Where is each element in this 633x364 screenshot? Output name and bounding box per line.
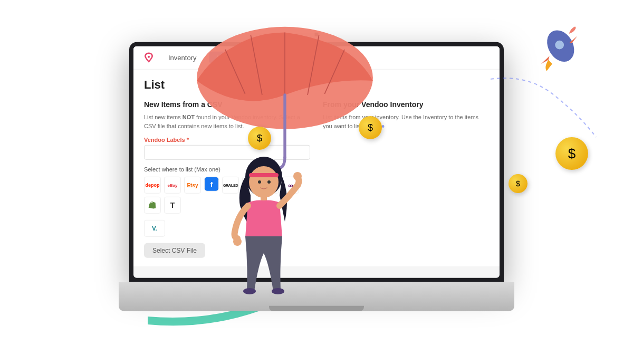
page-title: List	[144, 78, 489, 92]
svg-point-17	[243, 288, 256, 294]
marketplace-ebay[interactable]: eBay	[164, 177, 181, 194]
marketplace-poshmark[interactable]: ∞	[282, 177, 299, 194]
coin-small: $	[509, 174, 528, 193]
dotted-path-decoration	[485, 74, 601, 142]
marketplace-icons-row2: V.	[144, 220, 310, 237]
marketplace-shopify[interactable]	[144, 197, 161, 214]
laptop-webcam	[315, 33, 319, 36]
teal-arrow	[148, 269, 348, 332]
csv-section-title: New Items from a CSV	[144, 100, 310, 109]
svg-rect-14	[261, 195, 267, 203]
character-illustration	[211, 148, 316, 338]
svg-rect-11	[249, 173, 279, 177]
vendoo-labels-input[interactable]	[144, 145, 310, 160]
marketplace-etsy[interactable]: Etsy	[184, 177, 201, 194]
nav-bulk-update[interactable]: Bulk Update	[309, 52, 347, 64]
marketplace-grailed[interactable]: GRAILED	[222, 177, 239, 194]
svg-point-20	[555, 41, 564, 50]
coin-middle: $	[359, 116, 382, 139]
nav-inventory[interactable]: Inventory	[168, 52, 196, 64]
laptop-hinge	[269, 306, 364, 311]
inventory-section: From your Vendoo Inventory List items fr…	[323, 100, 489, 258]
vendoo-logo-icon	[142, 51, 156, 64]
svg-point-15	[233, 237, 242, 246]
marketplace-rakuten[interactable]: R	[242, 177, 259, 194]
app-content: List New Items from a CSV List new items…	[133, 70, 500, 266]
svg-point-10	[249, 166, 279, 198]
laptop-container: Inventory List Delist Import Bulk Update…	[119, 42, 514, 311]
select-csv-button[interactable]: Select CSV File	[144, 243, 205, 258]
scene-wrapper: Inventory List Delist Import Bulk Update…	[0, 0, 633, 364]
inventory-section-desc: List items from your inventory. Use the …	[323, 113, 489, 130]
laptop-base	[119, 282, 514, 311]
marketplace-mercari[interactable]: M	[262, 177, 279, 194]
svg-line-5	[225, 50, 245, 94]
app-nav: Inventory List Delist Import Bulk Update	[133, 46, 500, 70]
svg-point-18	[272, 288, 284, 294]
content-columns: New Items from a CSV List new items NOT …	[144, 100, 489, 258]
rocket-icon	[533, 24, 583, 74]
csv-section: New Items from a CSV List new items NOT …	[144, 100, 310, 258]
marketplace-facebook[interactable]: f	[204, 177, 219, 191]
marketplace-vinted[interactable]: V.	[144, 220, 165, 237]
coin-large: $	[555, 137, 588, 170]
coin-left: $	[248, 127, 271, 150]
svg-point-16	[293, 172, 302, 180]
inventory-page-link[interactable]: ry Page	[365, 122, 385, 129]
marketplace-depop[interactable]: depop	[144, 177, 161, 194]
svg-point-13	[267, 180, 271, 184]
svg-point-12	[258, 180, 261, 184]
marketplace-tradesy[interactable]: T	[164, 197, 181, 214]
svg-line-4	[251, 35, 262, 95]
svg-point-2	[197, 27, 373, 129]
vendoo-labels-label: Vendoo Labels *	[144, 137, 310, 143]
umbrella-icon	[185, 21, 385, 169]
svg-point-1	[148, 55, 150, 58]
nav-import[interactable]: Import	[277, 52, 296, 64]
svg-line-7	[324, 50, 344, 94]
marketplace-select-label: Select where to list (Max one)	[144, 166, 310, 173]
svg-point-9	[245, 157, 282, 197]
nav-delist[interactable]: Delist	[247, 52, 265, 64]
csv-section-desc: List new items NOT found in your Vendoo …	[144, 113, 310, 130]
inventory-section-title: From your Vendoo Inventory	[323, 100, 489, 109]
svg-point-19	[542, 25, 580, 66]
laptop-bezel: Inventory List Delist Import Bulk Update…	[129, 42, 504, 282]
nav-list[interactable]: List	[209, 52, 234, 64]
marketplace-icons-grid: depop eBay Etsy f GRAILED R M ∞	[144, 177, 310, 214]
svg-point-0	[142, 51, 156, 64]
svg-line-6	[308, 35, 319, 95]
laptop-screen: Inventory List Delist Import Bulk Update…	[133, 46, 500, 278]
